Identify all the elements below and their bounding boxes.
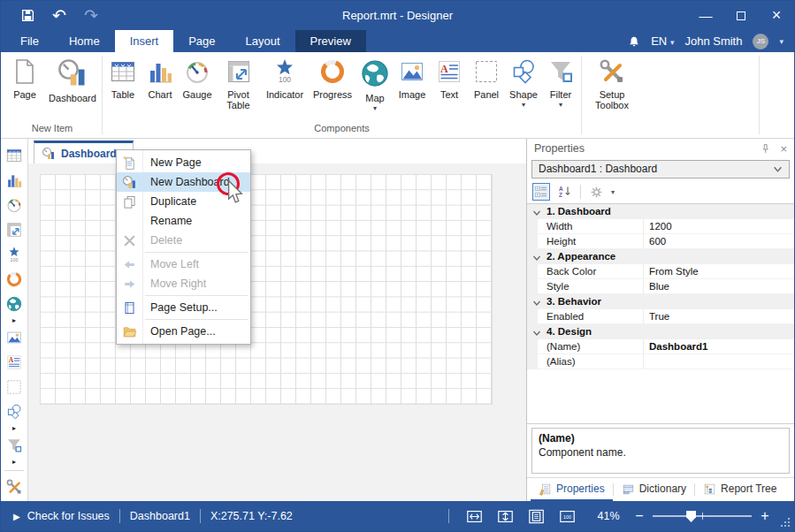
toolbox-shape-expand-arrow[interactable]: ▸ — [12, 424, 16, 433]
tab-file[interactable]: File — [1, 30, 54, 52]
zoom-out-button[interactable]: − — [633, 508, 646, 524]
ribbon-item-panel[interactable]: Panel — [468, 57, 505, 123]
ribbon-item-filter[interactable]: Filter▾ — [542, 57, 579, 123]
toolbox-progress-button[interactable] — [2, 267, 27, 292]
toolbox-panel-button[interactable] — [2, 375, 27, 399]
fit-page-height-button[interactable] — [494, 507, 516, 526]
toolbox-pivot-table-button[interactable] — [2, 217, 27, 242]
close-panel-icon[interactable]: × — [780, 142, 787, 156]
zoom-in-button[interactable]: + — [759, 508, 771, 524]
toolbox-filter-button[interactable] — [2, 433, 27, 458]
menu-item-page-setup[interactable]: Page Setup... — [117, 298, 250, 317]
category-appearance[interactable]: 2. Appearance — [527, 249, 794, 264]
property-value[interactable]: Dashboard1 — [644, 339, 794, 354]
ribbon-item-text[interactable]: Text — [431, 57, 468, 123]
ribbon-item-progress[interactable]: Progress — [309, 57, 356, 123]
quick-access-toolbar: ↶ ↷ — [1, 7, 100, 25]
tab-home[interactable]: Home — [54, 30, 115, 52]
ribbon-item-setup-toolbox[interactable]: Setup Toolbox — [584, 57, 640, 123]
ribbon-item-label: Page — [13, 89, 36, 100]
close-button[interactable]: × — [759, 1, 794, 30]
zoom-slider[interactable] — [653, 515, 752, 517]
ribbon-item-gauge[interactable]: Gauge — [179, 57, 216, 123]
ribbon-item-indicator[interactable]: Indicator — [261, 57, 309, 123]
property-value[interactable]: 600 — [644, 234, 794, 249]
component-selector-dropdown[interactable]: Dashboard1 : Dashboard — [531, 160, 790, 179]
tab-dictionary[interactable]: Dictionary — [614, 478, 694, 501]
toolbox-gauge-button[interactable] — [2, 193, 27, 217]
notifications-bell-icon[interactable] — [628, 35, 640, 48]
toolbox-setup-button[interactable] — [2, 475, 27, 499]
move-right-icon — [122, 277, 137, 292]
property-value[interactable]: True — [644, 309, 794, 324]
image-icon — [398, 57, 426, 86]
zoom-slider-thumb[interactable] — [686, 511, 696, 522]
resize-grip[interactable] — [788, 525, 790, 527]
undo-button[interactable]: ↶ — [50, 7, 68, 25]
settings-button[interactable] — [587, 183, 605, 201]
chart-icon — [146, 57, 174, 86]
toolbox-map-button[interactable] — [2, 292, 27, 316]
new-dashboard-icon — [122, 175, 137, 190]
toolbox-indicator-button[interactable] — [2, 242, 27, 267]
alphabetical-sort-button[interactable] — [556, 183, 574, 201]
play-icon: ▶ — [13, 512, 20, 521]
menu-item-rename[interactable]: Rename — [117, 211, 250, 231]
toolbox-text-button[interactable] — [2, 350, 27, 375]
toolbox-filter-expand-arrow[interactable]: ▸ — [12, 458, 16, 467]
ribbon-item-pivot-table[interactable]: Pivot Table — [216, 57, 261, 123]
ribbon-item-table[interactable]: Table — [104, 57, 141, 123]
toolbox-table-button[interactable] — [2, 143, 27, 168]
property-value[interactable]: Blue — [644, 279, 794, 294]
tab-properties[interactable]: Properties — [531, 478, 613, 501]
toolbox-map-expand-arrow[interactable]: ▸ — [12, 316, 16, 325]
language-selector[interactable]: EN ▾ — [651, 34, 674, 48]
user-name[interactable]: John Smith — [684, 34, 742, 48]
tab-report-tree[interactable]: Report Tree — [695, 478, 784, 501]
user-menu-caret[interactable]: ▾ — [779, 37, 784, 46]
minimize-button[interactable]: — — [688, 1, 723, 30]
az-sort-icon — [558, 185, 572, 199]
property-row-width: Width1200 — [527, 219, 794, 234]
ribbon-item-label: Pivot Table — [218, 89, 258, 110]
property-description-text: Component name. — [539, 446, 783, 459]
tab-layout[interactable]: Layout — [231, 30, 295, 52]
fit-whole-page-icon — [527, 508, 546, 525]
tab-page[interactable]: Page — [173, 30, 230, 52]
toolbox-chart-button[interactable] — [2, 168, 27, 193]
toolbox-shape-button[interactable] — [2, 399, 27, 424]
property-description-title: (Name) — [539, 432, 783, 445]
menu-item-open-page[interactable]: Open Page... — [117, 322, 250, 341]
chevron-down-icon — [532, 254, 541, 262]
category-design[interactable]: 4. Design — [527, 324, 794, 339]
ribbon-item-image[interactable]: Image — [394, 57, 431, 123]
tab-preview[interactable]: Preview — [295, 30, 366, 52]
property-value[interactable]: 1200 — [644, 219, 794, 234]
menu-item-new-page[interactable]: New Page — [117, 153, 250, 172]
category-dashboard[interactable]: 1. Dashboard — [527, 204, 794, 219]
ribbon-item-shape[interactable]: Shape▾ — [505, 57, 542, 123]
menu-item-move-right: Move Right — [117, 274, 250, 293]
property-value[interactable]: From Style — [644, 264, 794, 279]
pin-icon[interactable] — [760, 143, 771, 155]
window-controls: — × — [688, 1, 794, 30]
ribbon-item-map[interactable]: Map▾ — [356, 57, 394, 123]
setup-toolbox-icon — [598, 57, 626, 86]
zoom-100-button[interactable] — [556, 507, 577, 526]
user-avatar[interactable]: JS — [753, 34, 768, 49]
fit-whole-page-button[interactable] — [525, 507, 547, 526]
fit-page-width-button[interactable] — [463, 507, 485, 526]
ribbon-item-page[interactable]: Page — [4, 57, 45, 123]
maximize-button[interactable] — [723, 1, 759, 30]
ribbon-item-chart[interactable]: Chart — [141, 57, 179, 123]
toolbox-image-button[interactable] — [2, 325, 27, 350]
categorized-view-button[interactable] — [532, 183, 550, 201]
redo-button[interactable]: ↷ — [82, 7, 100, 25]
property-value[interactable] — [644, 354, 794, 369]
save-button[interactable] — [19, 7, 36, 25]
dashboard-page-grid[interactable] — [40, 174, 493, 405]
ribbon-item-dashboard[interactable]: Dashboard — [45, 57, 100, 123]
category-behavior[interactable]: 3. Behavior — [527, 294, 794, 309]
tab-insert[interactable]: Insert — [115, 30, 174, 52]
check-for-issues-button[interactable]: ▶ Check for Issues — [13, 510, 110, 522]
